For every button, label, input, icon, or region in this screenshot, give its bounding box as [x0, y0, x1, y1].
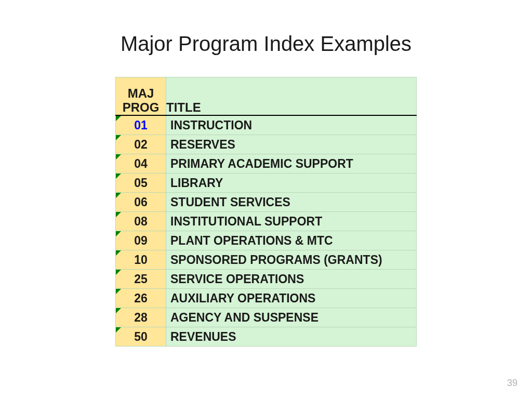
program-code-cell: 01 [116, 115, 166, 135]
program-code: 25 [134, 272, 148, 286]
program-code-cell: 50 [116, 327, 166, 347]
error-indicator-icon [116, 193, 121, 198]
program-code: 26 [134, 291, 148, 305]
error-indicator-icon [116, 270, 121, 275]
program-code: 04 [134, 157, 148, 170]
error-indicator-icon [116, 289, 121, 294]
program-index-table: MAJ PROG TITLE 01INSTRUCTION02RESERVES04… [115, 77, 417, 347]
table-row: 04PRIMARY ACADEMIC SUPPORT [116, 154, 417, 174]
table-row: 10SPONSORED PROGRAMS (GRANTS) [116, 250, 417, 270]
table-header-row: MAJ PROG TITLE [116, 77, 417, 116]
error-indicator-icon [116, 212, 121, 217]
program-title-cell: PRIMARY ACADEMIC SUPPORT [166, 154, 417, 174]
program-code-cell: 10 [116, 250, 166, 270]
column-header-code: MAJ PROG [116, 77, 166, 116]
column-header-code-line1: MAJ [128, 86, 154, 100]
table-row: 01INSTRUCTION [116, 115, 417, 135]
program-title-cell: AGENCY AND SUSPENSE [166, 308, 417, 327]
table-row: 50REVENUES [116, 327, 417, 347]
table-row: 06STUDENT SERVICES [116, 193, 417, 212]
table-row: 05LIBRARY [116, 174, 417, 193]
slide-title: Major Program Index Examples [0, 32, 532, 56]
slide: Major Program Index Examples MAJ PROG TI… [0, 0, 532, 399]
program-code-cell: 25 [116, 270, 166, 289]
program-title-cell: STUDENT SERVICES [166, 193, 417, 212]
program-title-cell: LIBRARY [166, 174, 417, 193]
program-title-cell: INSTRUCTION [166, 115, 417, 135]
table-row: 09PLANT OPERATIONS & MTC [116, 231, 417, 250]
program-code-cell: 02 [116, 135, 166, 154]
error-indicator-icon [116, 327, 121, 332]
program-code: 28 [134, 311, 148, 324]
program-code-cell: 04 [116, 154, 166, 174]
column-header-title: TITLE [166, 77, 417, 116]
error-indicator-icon [116, 174, 121, 179]
error-indicator-icon [116, 250, 121, 256]
program-code: 02 [134, 138, 148, 151]
program-code: 01 [134, 118, 148, 132]
program-title-cell: PLANT OPERATIONS & MTC [166, 231, 417, 250]
table-row: 28AGENCY AND SUSPENSE [116, 308, 417, 327]
program-title-cell: SPONSORED PROGRAMS (GRANTS) [166, 250, 417, 270]
error-indicator-icon [116, 231, 121, 236]
program-code: 50 [134, 330, 148, 343]
table-row: 02RESERVES [116, 135, 417, 154]
program-code-cell: 26 [116, 289, 166, 308]
program-title-cell: REVENUES [166, 327, 417, 347]
program-code: 10 [134, 253, 148, 267]
error-indicator-icon [116, 135, 121, 140]
program-title-cell: SERVICE OPERATIONS [166, 270, 417, 289]
program-code: 09 [134, 234, 148, 247]
page-number: 39 [507, 378, 517, 389]
program-code-cell: 09 [116, 231, 166, 250]
error-indicator-icon [116, 154, 121, 159]
table-row: 26AUXILIARY OPERATIONS [116, 289, 417, 308]
column-header-code-line2: PROG [123, 100, 159, 114]
table-row: 08INSTITUTIONAL SUPPORT [116, 212, 417, 231]
program-title-cell: AUXILIARY OPERATIONS [166, 289, 417, 308]
error-indicator-icon [116, 308, 121, 313]
program-code-cell: 05 [116, 174, 166, 193]
program-code-cell: 08 [116, 212, 166, 231]
program-title-cell: INSTITUTIONAL SUPPORT [166, 212, 417, 231]
error-indicator-icon [116, 116, 121, 121]
table-row: 25SERVICE OPERATIONS [116, 270, 417, 289]
program-code: 08 [134, 215, 148, 228]
program-code: 06 [134, 195, 148, 209]
table-body: MAJ PROG TITLE 01INSTRUCTION02RESERVES04… [116, 77, 417, 347]
program-code-cell: 28 [116, 308, 166, 327]
program-code-cell: 06 [116, 193, 166, 212]
program-title-cell: RESERVES [166, 135, 417, 154]
program-code: 05 [134, 176, 148, 190]
